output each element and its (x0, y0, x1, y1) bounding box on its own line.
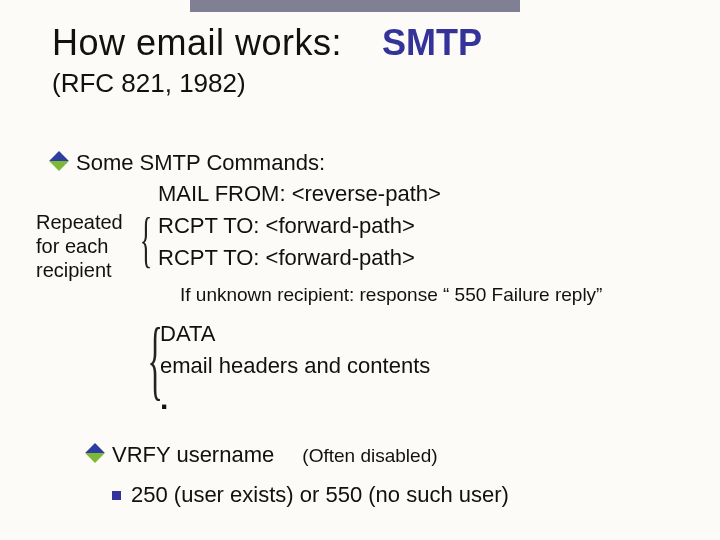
cmd-mail-from: MAIL FROM: <reverse-path> (158, 178, 441, 210)
cmd-rcpt-2: RCPT TO: <forward-path> (158, 242, 441, 274)
repeat-l2: for each (36, 234, 123, 258)
content-area: Some SMTP Commands: (52, 148, 682, 178)
diamond-bullet-icon (49, 151, 69, 171)
vrfy-responses: 250 (user exists) or 550 (no such user) (112, 482, 509, 508)
resp-250: 250 (user exists) (131, 482, 294, 507)
resp-550: 550 (no such user) (325, 482, 508, 507)
repeat-l3: recipient (36, 258, 123, 282)
smtp-command-list: MAIL FROM: <reverse-path> RCPT TO: <forw… (158, 178, 441, 274)
unknown-recipient-note: If unknown recipient: response “ 550 Fai… (180, 284, 602, 306)
curly-brace-icon: { (140, 204, 153, 274)
title-smtp: SMTP (382, 22, 482, 64)
cmd-rcpt-1: RCPT TO: <forward-path> (158, 210, 441, 242)
square-bullet-icon (112, 491, 121, 500)
data-l2: email headers and contents (160, 350, 430, 382)
resp-or: or (294, 482, 326, 507)
vrfy-cmd: VRFY (112, 442, 170, 467)
decorative-top-bar (190, 0, 520, 12)
data-l1: DATA (160, 318, 430, 350)
vrfy-line: VRFY username (Often disabled) (88, 442, 438, 468)
title-main: How email works: (52, 22, 342, 63)
vrfy-arg: username (170, 442, 274, 467)
slide-title: How email works: SMTP (52, 22, 672, 64)
diamond-bullet-icon (85, 443, 105, 463)
repeat-label: Repeated for each recipient (36, 210, 123, 282)
data-command-block: DATA email headers and contents . (160, 318, 430, 409)
vrfy-note: (Often disabled) (302, 445, 437, 466)
some-commands-line: Some SMTP Commands: (76, 150, 325, 175)
data-terminator-dot: . (160, 388, 430, 409)
repeat-l1: Repeated (36, 210, 123, 234)
slide-subtitle: (RFC 821, 1982) (52, 68, 246, 99)
